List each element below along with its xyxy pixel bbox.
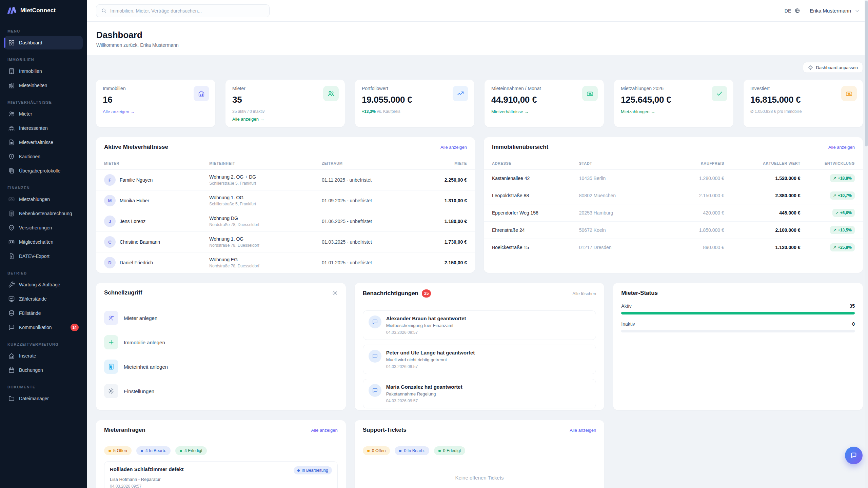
show-all-link[interactable]: Alle anzeigen (828, 145, 855, 150)
kommunikation-count-badge: 14 (71, 324, 79, 331)
stat-card-mieteinnahmen[interactable]: Mieteinnahmen / Monat 44.910,00 € Mietve… (485, 80, 604, 127)
status-pill-row: 0 Offen 0 In Bearb. 0 Erledigt (355, 440, 605, 457)
card-title: Support-Tickets (363, 427, 407, 433)
stat-value: 16 (103, 95, 209, 105)
trend-badge: +6,0% (832, 209, 855, 217)
sidebar-item-zaehlerstaende[interactable]: Zählerstände (4, 292, 83, 306)
notification-item[interactable]: Maria Gonzalez hat geantwortet Paketanna… (363, 379, 596, 408)
notifications-card: Benachrichtigungen 25 Alle löschen Alexa… (355, 283, 605, 410)
table-row[interactable]: DDaniel Friedrich Wohnung EGNordstraße 7… (96, 252, 475, 273)
sidebar-item-nebenkostenabrechnung[interactable]: Nebenkostenabrechnung (4, 207, 83, 220)
section-label-kurzzeitvermietung: KURZZEITVERMIETUNG (7, 342, 79, 346)
scrollbar[interactable] (865, 0, 868, 488)
customize-dashboard-label: Dashboard anpassen (816, 65, 858, 70)
stat-card-portfoliowert[interactable]: Portfoliowert 19.055.000 € +13,3% vs. Ka… (355, 80, 474, 127)
table-row[interactable]: FFamilie Nguyen Wohnung 2. OG + DGSchill… (96, 170, 475, 190)
trending-up-icon (453, 86, 468, 101)
stat-value: 35 (232, 95, 338, 105)
buildings-icon (8, 82, 15, 89)
status-label: Inaktiv (621, 321, 635, 327)
table-row[interactable]: CChristine Baumann Wohnung 1. OGNordstra… (96, 232, 475, 252)
clear-all-link[interactable]: Alle löschen (572, 291, 596, 296)
stat-sub: +13,3% vs. Kaufpreis (362, 109, 468, 114)
sidebar-item-uebergabeprotokolle[interactable]: Übergabeprotokolle (4, 164, 83, 178)
status-pill-erledigt: 0 Erledigt (434, 446, 466, 455)
global-search[interactable] (96, 4, 270, 17)
sidebar-item-wartung-auftraege[interactable]: Wartung & Aufträge (4, 278, 83, 291)
sidebar-item-buchungen[interactable]: Buchungen (4, 363, 83, 377)
stat-link[interactable]: Alle anzeigen → (103, 109, 209, 114)
sidebar-item-inserate[interactable]: Inserate (4, 349, 83, 363)
stat-link[interactable]: Alle anzeigen → (232, 117, 338, 122)
receipt-icon (8, 210, 15, 217)
show-all-link[interactable]: Alle anzeigen (311, 428, 338, 433)
shield-check-icon (8, 224, 15, 231)
status-dot (438, 450, 441, 452)
scrollbar-thumb[interactable] (865, 1, 868, 146)
table-row[interactable]: JJens Lorenz Wohnung DGNordstraße 78, Du… (96, 211, 475, 232)
sidebar-item-fuellstaende[interactable]: Füllstände (4, 306, 83, 320)
avatar: C (104, 236, 116, 248)
sidebar-item-immobilien[interactable]: Immobilien (4, 64, 83, 78)
customize-dashboard-button[interactable]: Dashboard anpassen (803, 62, 863, 73)
chevron-down-icon[interactable] (854, 8, 860, 14)
language-label[interactable]: DE (785, 8, 791, 14)
user-menu-name[interactable]: Erika Mustermann (810, 8, 851, 14)
sidebar-item-mieteinheiten[interactable]: Mieteinheiten (4, 79, 83, 92)
request-item[interactable]: Rollladen Schlafzimmer defekt In Bearbei… (104, 461, 338, 488)
status-dot (108, 450, 111, 452)
property-overview-header: Immobilienübersicht Alle anzeigen (484, 137, 863, 157)
avatar: F (104, 174, 116, 186)
globe-icon[interactable] (794, 8, 800, 14)
quick-action-mieter-anlegen[interactable]: Mieter anlegen (104, 307, 338, 328)
stat-card-immobilien[interactable]: Immobilien 16 Alle anzeigen → (96, 80, 215, 127)
calendar-icon (8, 367, 15, 373)
stat-value: 19.055.000 € (362, 95, 468, 105)
sidebar-item-mieter[interactable]: Mieter (4, 107, 83, 121)
search-input[interactable] (110, 8, 264, 14)
table-row[interactable]: Ehrenstraße 24 50672 Koeln 1.850.000 € 2… (484, 222, 863, 239)
gear-icon[interactable] (332, 290, 338, 296)
table-row[interactable]: Kastanienallee 42 10435 Berlin 1.280.000… (484, 170, 863, 187)
sidebar-item-label: Nebenkostenabrechnung (19, 211, 72, 216)
sidebar-item-datev-export[interactable]: DATEV-Export (4, 249, 83, 263)
sidebar-item-dashboard[interactable]: Dashboard (4, 36, 83, 49)
topbar-right: DE Erika Mustermann (785, 8, 860, 14)
building-icon (104, 360, 118, 374)
sidebar-item-interessenten[interactable]: Interessenten (4, 121, 83, 135)
sidebar-item-versicherungen[interactable]: Versicherungen (4, 221, 83, 235)
quick-action-einstellungen[interactable]: Einstellungen (104, 381, 338, 402)
progress-track (621, 330, 855, 332)
show-all-link[interactable]: Alle anzeigen (570, 428, 596, 433)
quick-action-label: Immobilie anlegen (124, 340, 165, 345)
building-icon (8, 68, 15, 75)
sidebar-item-kommunikation[interactable]: Kommunikation 14 (4, 321, 83, 334)
table-row[interactable]: Eppendorfer Weg 156 20253 Hamburg 420.00… (484, 204, 863, 222)
sidebar-item-mitgliedschaften[interactable]: Mitgliedschaften (4, 235, 83, 249)
stat-card-mietzahlungen-2026[interactable]: Mietzahlungen 2026 125.645,00 € Mietzahl… (614, 80, 733, 127)
sidebar-item-kautionen[interactable]: Kautionen (4, 150, 83, 163)
status-label: Aktiv (621, 303, 631, 309)
table-row[interactable]: Boelckestraße 15 01217 Dresden 890.000 €… (484, 239, 863, 256)
chat-fab-button[interactable] (845, 447, 863, 464)
check-icon (712, 86, 727, 101)
stat-link[interactable]: Mietzahlungen → (621, 109, 727, 114)
sidebar-item-mietzahlungen[interactable]: Mietzahlungen (4, 192, 83, 206)
copy-sheets-icon (8, 167, 15, 174)
show-all-link[interactable]: Alle anzeigen (440, 145, 467, 150)
sidebar-item-mietverhaeltnisse[interactable]: Mietverhältnisse (4, 136, 83, 149)
table-row[interactable]: MMonika Huber Wohnung 1. OGSchillerstraß… (96, 190, 475, 211)
notification-item[interactable]: Alexander Braun hat geantwortet Mietbesc… (363, 310, 596, 340)
sidebar-item-dateimanager[interactable]: Dateimanager (4, 392, 83, 405)
stat-label: Investiert (750, 86, 856, 91)
quick-action-mieteinheit-anlegen[interactable]: Mieteinheit anlegen (104, 356, 338, 377)
stat-card-investiert[interactable]: Investiert 16.815.000 € Ø 1.050.938 € pr… (744, 80, 863, 127)
quick-action-immobilie-anlegen[interactable]: Immobilie anlegen (104, 332, 338, 353)
table-row[interactable]: Leopoldstraße 88 80802 Muenchen 2.150.00… (484, 187, 863, 204)
sidebar-item-label: Mieteinheiten (19, 83, 47, 88)
customize-row: Dashboard anpassen (96, 62, 863, 73)
notification-item[interactable]: Peter und Ute Lange hat geantwortet Muel… (363, 345, 596, 374)
status-row-aktiv: Aktiv 35 (621, 303, 855, 309)
stat-card-mieter[interactable]: Mieter 35 35 aktiv / 0 inaktiv Alle anze… (225, 80, 345, 127)
stat-link[interactable]: Mietverhältnisse → (491, 109, 597, 114)
